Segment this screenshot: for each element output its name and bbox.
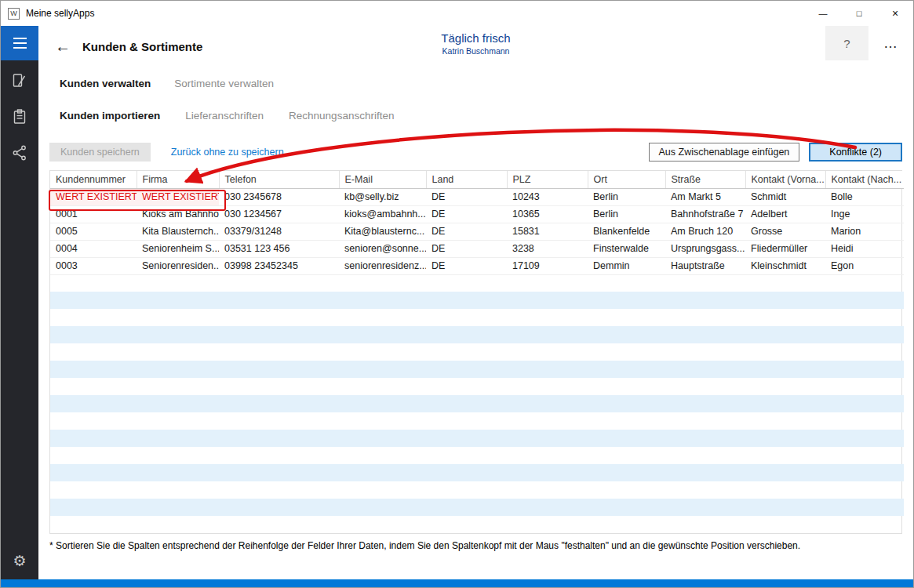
- table-cell[interactable]: Bahnhofstraße 7: [665, 205, 745, 223]
- tab-kunden-importieren[interactable]: Kunden importieren: [60, 110, 160, 122]
- table-cell[interactable]: 03531 123 456: [219, 240, 339, 257]
- column-header[interactable]: Kontakt (Nach...: [825, 171, 904, 188]
- table-cell[interactable]: 17109: [507, 257, 588, 274]
- column-header[interactable]: Ort: [588, 171, 665, 188]
- table-cell[interactable]: 15831: [507, 223, 588, 240]
- app-window: W Meine sellyApps — □ ×: [0, 0, 914, 588]
- table-row[interactable]: 0005Kita Blausternch...03379/31248Kita@b…: [50, 223, 904, 240]
- table-row[interactable]: 0001Kioks am Bahnhof030 1234567kioks@amb…: [50, 205, 904, 223]
- table-cell[interactable]: 3238: [507, 240, 588, 257]
- table-cell[interactable]: Finsterwalde: [588, 240, 665, 257]
- table-cell[interactable]: Bolle: [825, 188, 904, 205]
- sidebar: ⚙: [1, 26, 38, 579]
- sidebar-item-documents[interactable]: [1, 65, 38, 96]
- table-cell[interactable]: Berlin: [588, 188, 665, 205]
- column-header[interactable]: Kundennummer: [50, 171, 137, 188]
- table-cell[interactable]: 0004: [50, 240, 137, 257]
- column-header[interactable]: PLZ: [507, 171, 588, 188]
- empty-row: [50, 309, 904, 326]
- conflicts-button[interactable]: Konflikte (2): [809, 143, 902, 162]
- table-cell[interactable]: 10243: [507, 188, 588, 205]
- table-cell[interactable]: WERT EXISTIERT ...: [50, 188, 137, 205]
- table-cell[interactable]: seniorenresidenz...: [339, 257, 426, 274]
- table-cell[interactable]: kb@selly.biz: [339, 188, 426, 205]
- empty-row: [50, 464, 904, 481]
- back-arrow-icon: ←: [55, 38, 71, 55]
- tab-sortimente-verwalten[interactable]: Sortimente verwalten: [174, 78, 274, 89]
- table-cell[interactable]: 10365: [507, 205, 588, 223]
- table-row[interactable]: 0004Seniorenheim S...03531 123 456senior…: [50, 240, 904, 257]
- table-cell[interactable]: Seniorenresiden...: [137, 257, 219, 274]
- column-header[interactable]: Telefon: [219, 171, 339, 188]
- table-cell[interactable]: Egon: [825, 257, 904, 274]
- table-cell[interactable]: kioks@ambahnh...: [339, 205, 426, 223]
- sidebar-item-share[interactable]: [1, 137, 38, 169]
- table-cell[interactable]: Adelbert: [745, 205, 825, 223]
- account-selector[interactable]: Täglich frisch Katrin Buschmann: [441, 31, 510, 56]
- table-row[interactable]: WERT EXISTIERT ...WERT EXISTIERT ...030 …: [50, 188, 904, 205]
- table-cell[interactable]: 030 2345678: [219, 188, 339, 205]
- column-header[interactable]: Land: [426, 171, 507, 188]
- save-customers-button[interactable]: Kunden speichern: [49, 143, 151, 162]
- table-cell[interactable]: Kleinschmidt: [745, 257, 825, 274]
- settings-button[interactable]: ⚙: [1, 546, 38, 575]
- table-cell[interactable]: Marion: [825, 223, 904, 240]
- table-row[interactable]: 0003Seniorenresiden...03998 23452345seni…: [50, 257, 904, 274]
- empty-row: [50, 430, 904, 447]
- table-cell[interactable]: Kioks am Bahnhof: [137, 205, 219, 223]
- back-without-saving-link[interactable]: Zurück ohne zu speichern: [171, 147, 284, 158]
- table-cell[interactable]: DE: [426, 223, 507, 240]
- column-header[interactable]: E-Mail: [339, 171, 426, 188]
- tab-kunden-verwalten[interactable]: Kunden verwalten: [60, 78, 151, 89]
- sidebar-item-clipboard[interactable]: [1, 101, 38, 132]
- close-button[interactable]: ×: [877, 1, 913, 26]
- table-cell[interactable]: 03379/31248: [219, 223, 339, 240]
- table-cell[interactable]: Heidi: [825, 240, 904, 257]
- table-cell[interactable]: 0003: [50, 257, 137, 274]
- status-strip: [1, 579, 913, 587]
- table-cell[interactable]: DE: [426, 188, 507, 205]
- table-cell[interactable]: Grosse: [745, 223, 825, 240]
- ellipsis-icon: …: [883, 35, 898, 51]
- more-button[interactable]: …: [874, 26, 907, 60]
- table-cell[interactable]: 0001: [50, 205, 137, 223]
- table-cell[interactable]: senioren@sonne...: [339, 240, 426, 257]
- table-cell[interactable]: Hauptstraße: [665, 257, 745, 274]
- table-cell[interactable]: Kita Blausternch...: [137, 223, 219, 240]
- table-cell[interactable]: Am Bruch 120: [665, 223, 745, 240]
- table-cell[interactable]: WERT EXISTIERT ...: [137, 188, 219, 205]
- paste-from-clipboard-button[interactable]: Aus Zwischenablage einfügen: [649, 143, 800, 162]
- table-cell[interactable]: 0005: [50, 223, 137, 240]
- maximize-button[interactable]: □: [841, 1, 877, 26]
- sort-hint-note: * Sortieren Sie die Spalten entsprechend…: [49, 540, 902, 551]
- column-header[interactable]: Kontakt (Vorna...: [745, 171, 825, 188]
- table-cell[interactable]: Kita@blausternc...: [339, 223, 426, 240]
- table-cell[interactable]: Berlin: [588, 205, 665, 223]
- table-cell[interactable]: DE: [426, 240, 507, 257]
- table-cell[interactable]: Inge: [825, 205, 904, 223]
- table-cell[interactable]: Seniorenheim S...: [137, 240, 219, 257]
- account-name: Täglich frisch: [441, 31, 510, 45]
- table-cell[interactable]: Fliedermüller: [745, 240, 825, 257]
- minimize-button[interactable]: —: [805, 1, 841, 26]
- table-cell[interactable]: 03998 23452345: [219, 257, 339, 274]
- back-button[interactable]: ←: [49, 33, 76, 60]
- tab-rechnungsanschriften[interactable]: Rechnungsanschriften: [289, 110, 394, 122]
- window-controls: — □ ×: [805, 1, 913, 26]
- help-button[interactable]: ?: [825, 26, 868, 60]
- tab-lieferanschriften[interactable]: Lieferanschriften: [185, 110, 264, 122]
- table-cell[interactable]: DE: [426, 205, 507, 223]
- hamburger-menu-button[interactable]: [1, 26, 38, 60]
- table-cell[interactable]: 030 1234567: [219, 205, 339, 223]
- page-header: ← Kunden & Sortimente Täglich frisch Kat…: [38, 26, 913, 67]
- table-cell[interactable]: DE: [426, 257, 507, 274]
- column-header[interactable]: Straße: [665, 171, 745, 188]
- table-cell[interactable]: Demmin: [588, 257, 665, 274]
- account-user: Katrin Buschmann: [441, 46, 510, 56]
- column-header[interactable]: Firma: [137, 171, 219, 188]
- table-cell[interactable]: Blankenfelde: [588, 223, 665, 240]
- table-cell[interactable]: Schmidt: [745, 188, 825, 205]
- table-cell[interactable]: Ursprungsgass...: [665, 240, 745, 257]
- main-content: ← Kunden & Sortimente Täglich frisch Kat…: [38, 26, 913, 579]
- table-cell[interactable]: Am Markt 5: [665, 188, 745, 205]
